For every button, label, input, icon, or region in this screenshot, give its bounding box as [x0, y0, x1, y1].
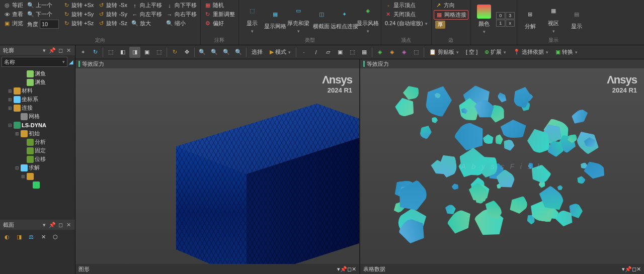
tree-item[interactable]: 渊鱼 [0, 78, 75, 86]
pan-up-button[interactable]: ↑向上平移 [130, 1, 164, 10]
expand-icon[interactable]: ⊞ [14, 131, 20, 136]
explode-button[interactable]: ⊞分解 [519, 1, 541, 36]
tool-a[interactable]: ◈ [374, 47, 385, 58]
num-3-button[interactable]: 3 [506, 12, 515, 19]
maximize-button[interactable]: ◻ [632, 266, 636, 272]
close-button[interactable]: ✕ [636, 266, 641, 272]
tool-zoom[interactable]: 🔍 [197, 47, 208, 58]
section-tool-1[interactable]: ◐ [2, 232, 12, 242]
close-button[interactable]: ✕ [65, 221, 72, 228]
look-at-button[interactable]: 👁查看 [2, 10, 25, 19]
show-mesh-button[interactable]: ▦显示网格 [264, 1, 286, 36]
cross-section-button[interactable]: ◫横截面 [310, 1, 333, 36]
rescale-button[interactable]: ↻重新调整 [203, 10, 236, 19]
tree-item[interactable]: 网格 [0, 112, 75, 121]
display-toggle-button[interactable]: ▤显示 [566, 1, 588, 36]
tool-b[interactable]: ◈ [386, 47, 397, 58]
tree-item[interactable]: ⊞ [0, 172, 75, 180]
tree-item[interactable]: 分析 [0, 138, 75, 146]
tool-c[interactable]: ◈ [398, 47, 410, 58]
pin-icon[interactable]: ▾ [41, 221, 48, 228]
tool-node[interactable]: ⬚ [347, 47, 358, 58]
viewport-right[interactable]: Λnsys2024 R1 A b y s s F i s h [360, 68, 644, 264]
thick-shell-button[interactable]: ▭厚壳和梁▾ [287, 1, 309, 36]
vertex-scale-combo[interactable]: 0.24 (自动缩放)▾ [383, 19, 429, 28]
extend-button[interactable]: ⊕扩展▾ [481, 47, 509, 58]
tool-shade4[interactable]: ⬚ [153, 47, 165, 58]
filter-button[interactable]: ◢ [69, 59, 73, 65]
hide-vertex-button[interactable]: ✕关闭顶点 [383, 10, 429, 19]
show-vertex-button[interactable]: ◦显示顶点 [383, 1, 429, 10]
section-tool-4[interactable]: ✕ [38, 232, 48, 242]
tool-refresh[interactable]: ↻ [90, 47, 101, 58]
pan-right-button[interactable]: →向右平移 [165, 10, 198, 19]
tool-zoomfit[interactable]: 🔍 [209, 47, 220, 58]
rot-minus-sz-button[interactable]: ↺旋转 -Sz [96, 19, 129, 28]
browse-button[interactable]: ▣浏览 [2, 19, 25, 28]
tree-item[interactable]: ⊞初始 [0, 129, 75, 138]
rot-minus-sx-button[interactable]: ↺旋转 -Sx [96, 1, 129, 10]
section-tool-2[interactable]: ◨ [14, 232, 24, 242]
num-x-button[interactable]: x [506, 20, 515, 27]
expand-icon[interactable]: ⊟ [7, 123, 13, 128]
tree-item[interactable]: ⊞坐标系 [0, 95, 75, 104]
rot-plus-sx-button[interactable]: ↻旋转 +Sx [61, 1, 95, 10]
num-1-button[interactable]: 1 [496, 20, 505, 27]
rot-plus-sz-button[interactable]: ↻旋转 +Sz [61, 19, 95, 28]
tree-item[interactable]: ⊞连接 [0, 104, 75, 112]
next-view-button[interactable]: 🔍下一个 [26, 10, 60, 19]
section-tool-3[interactable]: ⚖ [26, 232, 36, 242]
rot-plus-sy-button[interactable]: ↻旋转 +Sy [61, 10, 95, 19]
expand-icon[interactable]: ⊞ [20, 174, 26, 179]
tool-d[interactable]: ⬚ [411, 47, 422, 58]
pan-left-button[interactable]: ←向左平移 [130, 10, 164, 19]
mesh-connect-button[interactable]: ▦网格连接 [434, 10, 468, 20]
section-tool-5[interactable]: ⬡ [50, 232, 60, 242]
num-0-button[interactable]: 0 [496, 12, 505, 19]
expand-icon[interactable]: ⊞ [7, 88, 13, 94]
expand-icon[interactable]: ⊞ [7, 106, 13, 111]
tool-shade3[interactable]: ▣ [141, 47, 152, 58]
tool-shade2[interactable]: ◨ [129, 47, 140, 58]
mode-button[interactable]: ▶模式▾ [267, 47, 294, 58]
tool-pan[interactable]: ✥ [181, 47, 192, 58]
zoom-in-button[interactable]: 🔍放大 [130, 19, 164, 28]
tool-rotate[interactable]: ↻ [169, 47, 180, 58]
angle-input[interactable] [40, 20, 59, 29]
tool-edge[interactable]: / [310, 47, 321, 58]
iso-view-button[interactable]: ◎等距 [2, 1, 25, 10]
tool-body[interactable]: ▣ [335, 47, 346, 58]
tree-item[interactable]: 渊鱼 [0, 69, 75, 78]
pref-button[interactable]: ⚙偏好 [203, 19, 236, 28]
tool-face[interactable]: ▱ [323, 47, 334, 58]
display-style-button[interactable]: ◈显示风格▾ [357, 1, 379, 36]
viewport-button[interactable]: ▦视区▾ [542, 1, 565, 36]
close-button[interactable]: ✕ [352, 266, 356, 272]
pan-down-button[interactable]: ↓向下平移 [165, 1, 198, 10]
tree-item[interactable]: ⊟LS-DYNA [0, 121, 75, 129]
tree-item[interactable] [0, 180, 75, 189]
clipboard-button[interactable]: 📋剪贴板▾ [426, 47, 462, 58]
tree-item[interactable]: 位移 [0, 155, 75, 163]
name-filter-combo[interactable]: 名称▾ [2, 57, 67, 67]
maximize-button[interactable]: ◻ [57, 221, 64, 228]
expand-icon[interactable]: ⊟ [14, 165, 20, 170]
pin-icon[interactable]: ▾ [41, 47, 48, 54]
color-button[interactable]: 颜色▾ [473, 1, 495, 38]
random-button[interactable]: ▦随机 [203, 1, 236, 10]
tree-item[interactable]: ⊟求解 [0, 163, 75, 172]
tool-pt[interactable]: · [298, 47, 309, 58]
zoom-out-button[interactable]: 🔍缩小 [165, 19, 198, 28]
select-button[interactable]: 选择 [249, 47, 266, 58]
pin-button[interactable]: 📌 [340, 266, 347, 272]
pin-button[interactable]: 📌 [49, 47, 56, 54]
close-button[interactable]: ✕ [65, 47, 72, 54]
tool-triad[interactable]: ⌖ [77, 47, 89, 58]
rot-minus-sy-button[interactable]: ↺旋转 -Sy [96, 10, 129, 19]
expand-icon[interactable]: ⊞ [7, 97, 13, 102]
thick-edge-button[interactable]: 厚 [434, 20, 468, 29]
pin-button[interactable]: 📌 [49, 221, 56, 228]
pin-button[interactable]: 📌 [625, 266, 632, 272]
tree-item[interactable]: ⊞材料 [0, 86, 75, 95]
maximize-button[interactable]: ◻ [347, 266, 352, 272]
